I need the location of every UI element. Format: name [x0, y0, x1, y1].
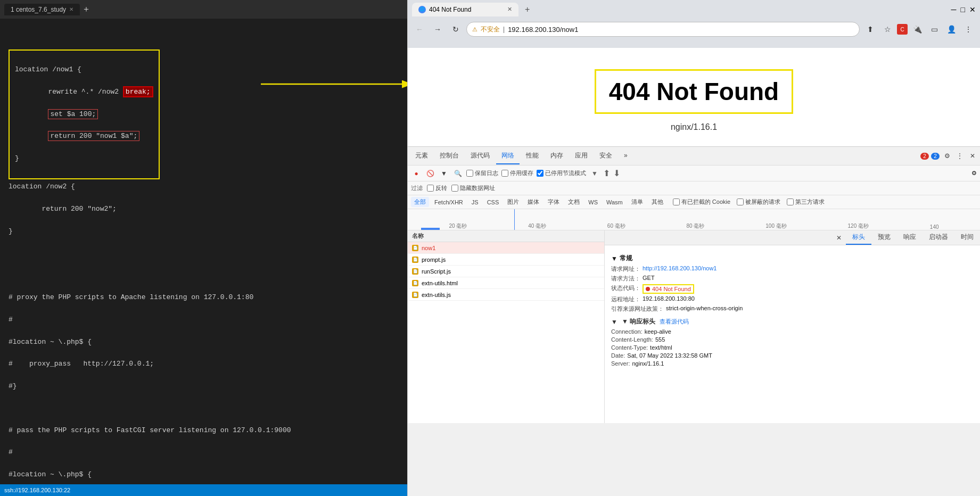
invert-checkbox[interactable]: 反转 — [427, 184, 447, 192]
settings-gear-icon[interactable]: ⚙ — [971, 170, 977, 177]
devtools-tab-memory[interactable]: 内存 — [545, 148, 569, 164]
new-tab-button[interactable]: + — [521, 2, 534, 18]
error-badge: 2 — [920, 153, 929, 160]
filter-js[interactable]: JS — [468, 198, 482, 206]
disable-cache-checkbox[interactable]: 停用缓存 — [501, 169, 533, 177]
devtools-tab-security[interactable]: 安全 — [594, 148, 617, 164]
details-close-button[interactable]: ✕ — [832, 232, 846, 244]
filter-wasm[interactable]: Wasm — [603, 198, 626, 206]
network-item-extn-utils-html[interactable]: 📄 extn-utils.html — [408, 277, 604, 289]
content-length-label: Content-Length: — [611, 336, 653, 343]
terminal-tab[interactable]: 1 centos_7.6_study ✕ — [4, 4, 80, 15]
new-terminal-button[interactable]: ＋ — [82, 4, 90, 15]
close-button[interactable]: ✕ — [969, 5, 976, 14]
menu-button[interactable]: ⋮ — [961, 22, 976, 37]
disable-cache-input[interactable] — [501, 170, 508, 177]
response-headers-collapse[interactable]: ▼ — [611, 318, 617, 326]
cookie-label: 有已拦截的 Cookie — [681, 198, 730, 206]
filter-media[interactable]: 媒体 — [524, 197, 542, 207]
refresh-button[interactable]: ↻ — [448, 22, 463, 37]
devtools-tab-console[interactable]: 控制台 — [434, 148, 464, 164]
browser-tab[interactable]: 🌐 404 Not Found ✕ — [412, 3, 518, 16]
details-tab-timing[interactable]: 时间 — [954, 230, 980, 245]
filter-font[interactable]: 字体 — [545, 197, 563, 207]
filter-img[interactable]: 图片 — [504, 197, 522, 207]
details-tab-response[interactable]: 响应 — [897, 230, 923, 245]
network-item-now1[interactable]: 📄 now1 — [408, 242, 604, 254]
devtools-tab-performance[interactable]: 性能 — [521, 148, 544, 164]
sidebar-button[interactable]: ▭ — [927, 22, 942, 37]
throttle-label: 已停用节流模式 — [545, 169, 586, 177]
search-button[interactable]: 🔍 — [452, 168, 463, 179]
third-party-input[interactable] — [787, 199, 794, 205]
general-section-collapse[interactable]: ▼ — [611, 255, 617, 262]
extension-button-1[interactable]: C — [897, 24, 908, 35]
throttle-input[interactable] — [537, 170, 543, 177]
blocked-checkbox[interactable]: 被屏蔽的请求 — [737, 198, 780, 206]
network-item-name-now1: now1 — [422, 245, 435, 251]
filter-css[interactable]: CSS — [484, 198, 503, 206]
filter-ws[interactable]: WS — [585, 198, 601, 206]
devtools-tab-network[interactable]: 网络 — [496, 148, 520, 164]
filter-bar: 过滤 反转 隐藏数据网址 — [408, 181, 980, 195]
devtools-tab-elements[interactable]: 元素 — [410, 148, 433, 164]
favicon-icon: 🌐 — [418, 6, 426, 13]
throttle-checkbox[interactable]: 已停用节流模式 — [537, 169, 586, 177]
filter-manifest[interactable]: 清单 — [628, 197, 646, 207]
bookmark-button[interactable]: ☆ — [880, 22, 895, 37]
devtools-tab-more[interactable]: » — [619, 148, 633, 163]
content-length-row: Content-Length: 555 — [611, 336, 974, 343]
referrer-policy-row: 引荐来源网址政策： strict-origin-when-cross-origi… — [611, 305, 974, 313]
forward-button[interactable]: → — [430, 22, 445, 37]
cookie-checkbox[interactable]: 有已拦截的 Cookie — [673, 198, 730, 206]
filter-other[interactable]: 其他 — [648, 197, 666, 207]
devtools-more-button[interactable]: ⋮ — [954, 151, 965, 161]
security-warning-label: 不安全 — [481, 25, 500, 34]
cookie-input[interactable] — [673, 199, 680, 205]
hide-data-url-checkbox[interactable]: 隐藏数据网址 — [451, 184, 495, 192]
third-party-checkbox[interactable]: 第三方请求 — [787, 198, 825, 206]
view-source-link[interactable]: 查看源代码 — [660, 318, 689, 326]
file-icon-now1: 📄 — [412, 245, 418, 251]
throttle-dropdown[interactable]: ▼ — [591, 170, 598, 177]
hide-data-url-input[interactable] — [451, 185, 458, 192]
details-tab-headers[interactable]: 标头 — [846, 230, 871, 245]
address-bar[interactable]: ⚠ 不安全 | 192.168.200.130/now1 — [466, 22, 860, 37]
filter-all[interactable]: 全部 — [411, 197, 429, 207]
filter-button[interactable]: ▼ — [439, 168, 449, 179]
network-item-prompt-js[interactable]: 📄 prompt.js — [408, 254, 604, 266]
filter-fetch-xhr[interactable]: Fetch/XHR — [431, 198, 466, 206]
profile-button[interactable]: 👤 — [944, 22, 959, 37]
record-button[interactable]: ● — [411, 168, 422, 179]
details-tab-initiator[interactable]: 启动器 — [923, 230, 954, 245]
comment-line-7: # — [9, 447, 291, 458]
devtools-tab-application[interactable]: 应用 — [570, 148, 593, 164]
network-item-extn-utils-js[interactable]: 📄 extn-utils.js — [408, 289, 604, 301]
third-party-label: 第三方请求 — [795, 198, 825, 206]
preserve-log-input[interactable] — [466, 170, 473, 177]
stop-button[interactable]: 🚫 — [425, 168, 435, 179]
settings-button[interactable]: ⚙ — [942, 151, 952, 161]
invert-input[interactable] — [427, 185, 434, 192]
comment-line-5: #} — [9, 381, 291, 392]
devtools-close-button[interactable]: ✕ — [967, 151, 978, 161]
maximize-button[interactable]: □ — [961, 5, 965, 14]
blocked-input[interactable] — [737, 199, 744, 205]
back-button[interactable]: ← — [412, 22, 427, 37]
browser-panel: 🌐 404 Not Found ✕ + ─ □ ✕ ← → ↻ ⚠ 不安全 | … — [407, 0, 980, 496]
extension-button-2[interactable]: 🔌 — [910, 22, 925, 37]
preserve-log-label: 保留日志 — [475, 169, 498, 177]
minimize-button[interactable]: ─ — [951, 5, 957, 14]
not-found-box: 404 Not Found — [595, 69, 793, 114]
details-tab-preview[interactable]: 预览 — [871, 230, 897, 245]
share-button[interactable]: ⬆ — [863, 22, 878, 37]
terminal-tab-close[interactable]: ✕ — [69, 6, 73, 12]
code-line-5: } — [15, 153, 153, 164]
browser-tab-close[interactable]: ✕ — [507, 6, 512, 13]
response-headers-title: ▼ ▼ 响应标头 查看源代码 — [611, 317, 974, 326]
page-content: 404 Not Found nginx/1.16.1 — [408, 48, 980, 146]
network-item-runscript-js[interactable]: 📄 runScript.js — [408, 266, 604, 277]
devtools-tab-sources[interactable]: 源代码 — [465, 148, 495, 164]
preserve-log-checkbox[interactable]: 保留日志 — [466, 169, 498, 177]
filter-doc[interactable]: 文档 — [565, 197, 583, 207]
